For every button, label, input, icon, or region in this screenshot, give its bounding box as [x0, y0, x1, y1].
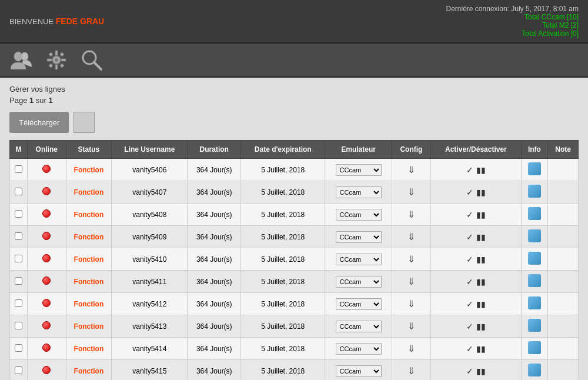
status-label[interactable]: Fonction: [74, 322, 104, 331]
download-icon[interactable]: ⇓: [407, 276, 415, 287]
pause-icon[interactable]: ▮▮: [476, 277, 486, 286]
pause-icon[interactable]: ▮▮: [476, 299, 486, 309]
status-cell[interactable]: Fonction: [66, 338, 112, 360]
status-cell[interactable]: Fonction: [66, 226, 112, 248]
activer-cell[interactable]: ✓ ▮▮: [431, 226, 521, 248]
status-label[interactable]: Fonction: [74, 211, 104, 219]
emulateur-cell[interactable]: CCcamNewCamdMgcamd: [325, 271, 392, 293]
pause-icon[interactable]: ▮▮: [476, 255, 486, 264]
activer-cell[interactable]: ✓ ▮▮: [431, 293, 521, 315]
info-icon[interactable]: [528, 364, 541, 376]
info-cell[interactable]: [521, 204, 548, 226]
status-cell[interactable]: Fonction: [66, 204, 112, 226]
row-checkbox[interactable]: [15, 210, 22, 218]
row-checkbox[interactable]: [15, 188, 22, 195]
activer-cell[interactable]: ✓ ▮▮: [431, 360, 521, 381]
pause-icon[interactable]: ▮▮: [476, 344, 486, 354]
config-cell[interactable]: ⇓: [392, 338, 430, 360]
info-icon[interactable]: [528, 229, 541, 242]
emulateur-cell[interactable]: CCcamNewCamdMgcamd: [325, 293, 392, 315]
row-checkbox[interactable]: [15, 344, 22, 352]
config-cell[interactable]: ⇓: [392, 159, 430, 181]
config-cell[interactable]: ⇓: [392, 204, 430, 226]
status-label[interactable]: Fonction: [74, 300, 104, 308]
status-cell[interactable]: Fonction: [66, 293, 112, 315]
download-icon[interactable]: ⇓: [407, 209, 415, 220]
pause-icon[interactable]: ▮▮: [476, 232, 486, 242]
info-icon[interactable]: [528, 341, 541, 354]
emulateur-cell[interactable]: CCcamNewCamdMgcamd: [325, 181, 392, 204]
emulateur-select[interactable]: CCcamNewCamdMgcamd: [336, 209, 382, 221]
download-icon[interactable]: ⇓: [407, 321, 415, 332]
info-cell[interactable]: [521, 226, 548, 248]
info-icon[interactable]: [528, 207, 541, 220]
emulateur-select[interactable]: CCcamNewCamdMgcamd: [336, 365, 382, 377]
info-cell[interactable]: [521, 360, 548, 381]
activer-cell[interactable]: ✓ ▮▮: [431, 159, 521, 181]
activer-cell[interactable]: ✓ ▮▮: [431, 271, 521, 293]
download-icon[interactable]: ⇓: [407, 343, 415, 354]
emulateur-select[interactable]: CCcamNewCamdMgcamd: [336, 276, 382, 288]
info-cell[interactable]: [521, 181, 548, 204]
check-icon[interactable]: ✓: [466, 299, 473, 309]
status-cell[interactable]: Fonction: [66, 248, 112, 271]
info-cell[interactable]: [521, 271, 548, 293]
status-label[interactable]: Fonction: [74, 166, 104, 174]
status-cell[interactable]: Fonction: [66, 360, 112, 381]
info-icon[interactable]: [528, 319, 541, 332]
square-button[interactable]: [74, 112, 95, 133]
pause-icon[interactable]: ▮▮: [476, 366, 486, 376]
config-cell[interactable]: ⇓: [392, 293, 430, 315]
activer-cell[interactable]: ✓ ▮▮: [431, 248, 521, 271]
config-cell[interactable]: ⇓: [392, 181, 430, 204]
check-icon[interactable]: ✓: [466, 322, 473, 331]
info-cell[interactable]: [521, 315, 548, 338]
download-icon[interactable]: ⇓: [407, 365, 415, 376]
activer-cell[interactable]: ✓ ▮▮: [431, 181, 521, 204]
info-cell[interactable]: [521, 338, 548, 360]
emulateur-select[interactable]: CCcamNewCamdMgcamd: [336, 254, 382, 265]
check-icon[interactable]: ✓: [466, 277, 473, 286]
status-cell[interactable]: Fonction: [66, 271, 112, 293]
status-label[interactable]: Fonction: [74, 278, 104, 286]
download-icon[interactable]: ⇓: [407, 231, 415, 242]
emulateur-select[interactable]: CCcamNewCamdMgcamd: [336, 343, 382, 355]
status-label[interactable]: Fonction: [74, 345, 104, 353]
row-checkbox[interactable]: [15, 299, 22, 307]
pause-icon[interactable]: ▮▮: [476, 322, 486, 331]
status-label[interactable]: Fonction: [74, 367, 104, 375]
info-cell[interactable]: [521, 248, 548, 271]
info-icon[interactable]: [528, 274, 541, 287]
pause-icon[interactable]: ▮▮: [476, 210, 486, 219]
emulateur-select[interactable]: CCcamNewCamdMgcamd: [336, 298, 382, 310]
check-icon[interactable]: ✓: [466, 344, 473, 354]
emulateur-select[interactable]: CCcamNewCamdMgcamd: [336, 231, 382, 243]
status-cell[interactable]: Fonction: [66, 181, 112, 204]
row-checkbox[interactable]: [15, 322, 22, 329]
emulateur-select[interactable]: CCcamNewCamdMgcamd: [336, 186, 382, 198]
pause-icon[interactable]: ▮▮: [476, 165, 486, 175]
check-icon[interactable]: ✓: [466, 165, 473, 175]
emulateur-cell[interactable]: CCcamNewCamdMgcamd: [325, 248, 392, 271]
download-icon[interactable]: ⇓: [407, 298, 415, 309]
activer-cell[interactable]: ✓ ▮▮: [431, 315, 521, 338]
status-cell[interactable]: Fonction: [66, 159, 112, 181]
emulateur-cell[interactable]: CCcamNewCamdMgcamd: [325, 226, 392, 248]
emulateur-select[interactable]: CCcamNewCamdMgcamd: [336, 164, 382, 176]
emulateur-cell[interactable]: CCcamNewCamdMgcamd: [325, 204, 392, 226]
info-icon[interactable]: [528, 185, 541, 198]
info-icon[interactable]: [528, 296, 541, 309]
download-icon[interactable]: ⇓: [407, 254, 415, 265]
config-cell[interactable]: ⇓: [392, 248, 430, 271]
settings-nav-icon[interactable]: [45, 48, 68, 72]
emulateur-cell[interactable]: CCcamNewCamdMgcamd: [325, 159, 392, 181]
status-label[interactable]: Fonction: [74, 255, 104, 264]
status-label[interactable]: Fonction: [74, 188, 104, 196]
info-icon[interactable]: [528, 252, 541, 265]
row-checkbox[interactable]: [15, 232, 22, 240]
check-icon[interactable]: ✓: [466, 210, 473, 219]
row-checkbox[interactable]: [15, 255, 22, 262]
row-checkbox[interactable]: [15, 165, 22, 173]
check-icon[interactable]: ✓: [466, 188, 473, 197]
check-icon[interactable]: ✓: [466, 255, 473, 264]
